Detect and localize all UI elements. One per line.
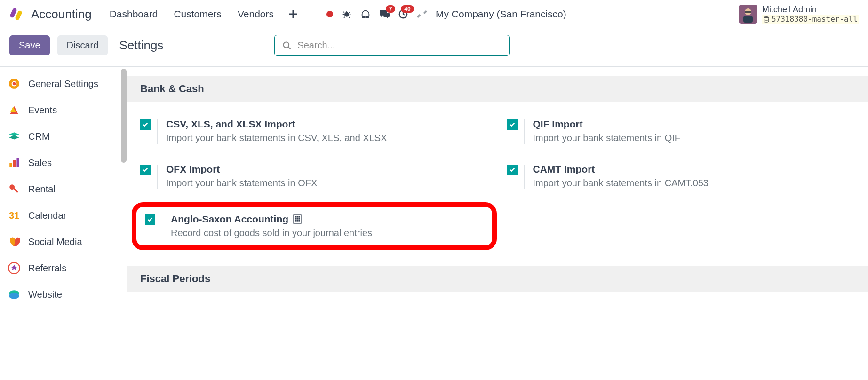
settings-sidebar: General Settings Events CRM Sales Rental…: [0, 67, 127, 377]
setting-title: OFX Import: [166, 164, 317, 175]
sidebar-item-label: Website: [28, 289, 62, 300]
checkbox-anglo-saxon[interactable]: [145, 214, 155, 225]
svg-rect-34: [299, 220, 300, 221]
setting-title: CAMT Import: [533, 164, 709, 175]
sidebar-item-rental[interactable]: Rental: [0, 176, 127, 202]
sidebar-item-sales[interactable]: Sales: [0, 150, 127, 176]
discard-button[interactable]: Discard: [57, 35, 108, 55]
top-nav: Accounting Dashboard Customers Vendors 7…: [0, 0, 868, 28]
svg-point-5: [366, 17, 367, 18]
svg-rect-32: [295, 220, 296, 221]
menu-customers[interactable]: Customers: [170, 7, 225, 22]
sidebar-item-label: Calendar: [28, 210, 66, 221]
activity-icon[interactable]: 40: [398, 9, 408, 19]
divider: [157, 119, 158, 144]
svg-point-6: [368, 17, 369, 18]
svg-rect-29: [295, 218, 296, 219]
sales-icon: [8, 156, 21, 169]
checkbox-camt-import[interactable]: [507, 165, 518, 175]
sidebar-item-website[interactable]: Website: [0, 281, 127, 308]
sidebar-item-social-media[interactable]: Social Media: [0, 229, 127, 255]
svg-rect-26: [295, 216, 296, 217]
setting-desc: Import your bank statements in QIF: [533, 133, 680, 143]
setting-desc: Import your bank statements in OFX: [166, 178, 317, 189]
sidebar-item-referrals[interactable]: Referrals: [0, 255, 127, 281]
company-selector[interactable]: My Company (San Francisco): [436, 8, 566, 20]
sidebar-item-label: Events: [28, 105, 57, 116]
svg-rect-27: [297, 216, 298, 217]
page-title: Settings: [119, 38, 163, 53]
svg-point-13: [284, 42, 289, 48]
avatar-icon: [739, 5, 757, 24]
svg-point-4: [364, 17, 365, 18]
menu-dashboard[interactable]: Dashboard: [106, 7, 162, 22]
svg-point-3: [363, 17, 364, 18]
checkbox-qif-import[interactable]: [507, 119, 518, 130]
star-badge-icon: [8, 261, 21, 275]
sidebar-item-label: Referrals: [28, 263, 66, 274]
sidebar-item-calendar[interactable]: 31 Calendar: [0, 202, 127, 229]
svg-rect-28: [299, 216, 300, 217]
building-icon: [293, 214, 302, 224]
user-menu[interactable]: Mitchell Admin 57318380-master-all: [739, 5, 859, 24]
section-header-bank-cash: Bank & Cash: [127, 76, 868, 102]
svg-point-12: [764, 16, 769, 18]
setting-desc: Import your bank statements in CAMT.053: [533, 178, 709, 189]
sidebar-scrollbar[interactable]: [120, 67, 127, 377]
heart-icon: [8, 235, 21, 248]
search-box[interactable]: [274, 35, 510, 56]
events-icon: [8, 103, 21, 117]
globe-icon: [8, 288, 21, 301]
calendar-icon: 31: [8, 209, 21, 222]
setting-title: Anglo-Saxon Accounting: [171, 214, 372, 225]
database-icon: [763, 16, 770, 23]
svg-rect-11: [743, 16, 753, 23]
control-bar: Save Discard Settings: [0, 28, 868, 66]
setting-title: CSV, XLS, and XLSX Import: [166, 119, 387, 130]
svg-point-2: [344, 12, 349, 17]
setting-desc: Import your bank statements in CSV, XLS,…: [166, 133, 387, 143]
search-input[interactable]: [297, 40, 502, 51]
user-name: Mitchell Admin: [762, 5, 859, 15]
crm-icon: [8, 130, 21, 143]
sidebar-item-label: CRM: [28, 131, 50, 142]
new-icon[interactable]: [286, 10, 300, 18]
menu-vendors[interactable]: Vendors: [234, 7, 278, 22]
setting-ofx-import: OFX Import Import your bank statements i…: [140, 164, 488, 189]
highlight-annotation: Anglo-Saxon Accounting Record cost of go…: [132, 202, 497, 250]
status-dot-icon[interactable]: [326, 11, 333, 17]
sidebar-item-label: Social Media: [28, 237, 82, 247]
svg-rect-21: [13, 188, 18, 193]
svg-point-24: [9, 293, 19, 299]
checkbox-csv-import[interactable]: [140, 119, 151, 130]
sidebar-item-crm[interactable]: CRM: [0, 123, 127, 150]
setting-csv-import: CSV, XLS, and XLSX Import Import your ba…: [140, 119, 488, 144]
checkbox-ofx-import[interactable]: [140, 165, 151, 175]
svg-rect-17: [9, 163, 12, 167]
message-badge: 7: [386, 5, 395, 13]
svg-rect-31: [299, 218, 300, 219]
db-name: 57318380-master-all: [762, 15, 859, 24]
section-header-fiscal-periods: Fiscal Periods: [127, 266, 868, 292]
setting-qif-import: QIF Import Import your bank statements i…: [507, 119, 855, 144]
divider: [524, 119, 525, 144]
app-logo-icon: [9, 8, 23, 21]
support-icon[interactable]: [360, 9, 371, 19]
settings-content: Bank & Cash CSV, XLS, and XLSX Import Im…: [127, 67, 868, 377]
gear-icon: [8, 77, 21, 90]
setting-camt-import: CAMT Import Import your bank statements …: [507, 164, 855, 189]
svg-rect-18: [13, 160, 16, 167]
sidebar-item-label: Rental: [28, 184, 56, 195]
tools-icon[interactable]: [417, 9, 427, 19]
app-name[interactable]: Accounting: [31, 7, 92, 22]
divider: [157, 165, 158, 189]
bug-icon[interactable]: [342, 9, 352, 19]
sidebar-item-label: Sales: [28, 158, 52, 168]
svg-rect-30: [297, 218, 298, 219]
sidebar-item-events[interactable]: Events: [0, 97, 127, 123]
save-button[interactable]: Save: [9, 35, 50, 55]
activity-badge: 40: [401, 5, 414, 13]
sidebar-item-general-settings[interactable]: General Settings: [0, 71, 127, 97]
messaging-icon[interactable]: 7: [379, 9, 390, 19]
setting-title: QIF Import: [533, 119, 680, 130]
